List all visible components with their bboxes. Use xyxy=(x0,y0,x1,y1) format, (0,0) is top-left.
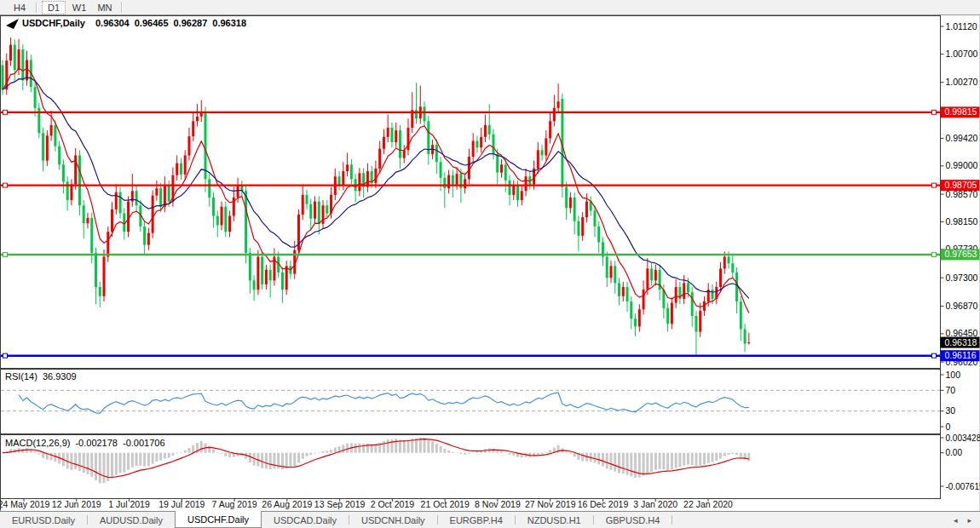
svg-text:30: 30 xyxy=(946,405,956,416)
svg-text:100: 100 xyxy=(946,370,961,380)
macd-name: MACD(12,26,9) xyxy=(5,438,70,448)
timeframe-d1-button[interactable]: D1 xyxy=(43,2,65,14)
svg-text:0.003428: 0.003428 xyxy=(946,433,980,443)
svg-text:3 Jan 2020: 3 Jan 2020 xyxy=(633,499,677,509)
svg-text:0.96318: 0.96318 xyxy=(945,337,977,347)
svg-text:13 Sep 2019: 13 Sep 2019 xyxy=(314,499,366,509)
symbol-period-text: USDCHF,Daily xyxy=(22,18,85,28)
ohlc-low: 0.96287 xyxy=(174,18,208,28)
tab-scroll-right-icon[interactable]: ▸ xyxy=(967,516,971,525)
price-axis: 1.011201.007001.002700.994200.990000.985… xyxy=(941,21,980,367)
timeframe-h4-button[interactable]: H4 xyxy=(9,2,31,14)
svg-text:7 Aug 2019: 7 Aug 2019 xyxy=(212,499,257,509)
panel-frames xyxy=(1,16,980,511)
svg-text:0.99815: 0.99815 xyxy=(945,106,977,117)
tab-gbpusd-h4[interactable]: GBPUSD.H4 xyxy=(594,512,672,528)
svg-text:0.98705: 0.98705 xyxy=(945,180,977,190)
svg-text:1.00700: 1.00700 xyxy=(946,49,978,59)
timeframe-toolbar: H4 D1 W1 MN xyxy=(0,0,980,15)
svg-text:0.97300: 0.97300 xyxy=(946,273,978,283)
tab-divider xyxy=(672,515,672,525)
svg-text:16 Dec 2019: 16 Dec 2019 xyxy=(578,499,629,509)
toolbar-separator xyxy=(36,2,37,13)
timeframe-mn-button[interactable]: MN xyxy=(94,2,116,14)
svg-text:0.96870: 0.96870 xyxy=(946,301,978,311)
svg-text:1 Jul 2019: 1 Jul 2019 xyxy=(108,499,150,509)
svg-text:12 Jun 2019: 12 Jun 2019 xyxy=(52,499,101,509)
svg-text:0.99420: 0.99420 xyxy=(946,133,978,143)
candlestick-chart-canvas[interactable]: 1.011201.007001.002700.994200.990000.985… xyxy=(0,0,980,528)
toolbar-separator xyxy=(121,2,123,13)
macd-signal-value: -0.001706 xyxy=(123,438,165,448)
macd-indicator-label: MACD(12,26,9)-0.002178-0.001706 xyxy=(5,438,165,448)
svg-text:0.99000: 0.99000 xyxy=(946,160,978,170)
chart-symbol-label: USDCHF,Daily0.963040.964650.962870.96318 xyxy=(22,18,251,28)
svg-text:-0.007615: -0.007615 xyxy=(946,482,980,491)
ohlc-close: 0.96318 xyxy=(212,18,246,28)
svg-text:0.96116: 0.96116 xyxy=(945,350,977,360)
svg-text:27 Nov 2019: 27 Nov 2019 xyxy=(525,499,576,509)
tab-usdchf-daily[interactable]: USDCHF.Daily xyxy=(175,511,262,528)
tab-eurusd-daily[interactable]: EURUSD.Daily xyxy=(0,512,87,528)
svg-text:21 Oct 2019: 21 Oct 2019 xyxy=(421,499,470,509)
svg-text:24 May 2019: 24 May 2019 xyxy=(0,499,50,509)
symbol-tab-bar: EURUSD.Daily AUDUSD.Daily USDCHF.Daily U… xyxy=(0,511,980,528)
svg-text:0.00: 0.00 xyxy=(946,448,963,457)
svg-text:19 Jul 2019: 19 Jul 2019 xyxy=(159,499,205,509)
tab-audusd-daily[interactable]: AUDUSD.Daily xyxy=(88,512,175,528)
macd-main-value: -0.002178 xyxy=(75,438,118,448)
svg-text:1.00270: 1.00270 xyxy=(946,77,978,87)
tab-nzdusd-h1[interactable]: NZDUSD.H1 xyxy=(516,512,593,528)
tab-eurgbp-h4[interactable]: EURGBP.H4 xyxy=(438,512,515,528)
mt4-terminal: { "toolbar": { "buttons": [ {"label": "H… xyxy=(0,0,980,528)
svg-text:22 Jan 2020: 22 Jan 2020 xyxy=(683,499,733,509)
svg-text:0.97653: 0.97653 xyxy=(945,249,977,259)
ohlc-open: 0.96304 xyxy=(95,18,130,28)
tab-scroll-controls: ◂ ▸ xyxy=(954,512,980,528)
svg-text:2 Oct 2019: 2 Oct 2019 xyxy=(371,499,415,509)
svg-text:8 Nov 2019: 8 Nov 2019 xyxy=(475,499,521,509)
tab-usdcnh-daily[interactable]: USDCNH.Daily xyxy=(349,512,437,528)
svg-text:0.98150: 0.98150 xyxy=(946,216,978,227)
timeframe-w1-button[interactable]: W1 xyxy=(68,2,90,14)
svg-text:26 Aug 2019: 26 Aug 2019 xyxy=(262,499,312,509)
rsi-name: RSI(14) xyxy=(5,371,37,382)
tab-scroll-left-icon[interactable]: ◂ xyxy=(954,516,958,525)
date-axis: 24 May 201912 Jun 20191 Jul 201919 Jul 2… xyxy=(0,499,733,510)
rsi-value: 36.9309 xyxy=(43,371,77,382)
rsi-indicator-label: RSI(14)36.9309 xyxy=(5,371,77,382)
svg-text:0: 0 xyxy=(946,422,951,432)
ohlc-high: 0.96465 xyxy=(135,18,169,28)
tab-usdcad-daily[interactable]: USDCAD.Daily xyxy=(262,512,349,528)
svg-text:70: 70 xyxy=(946,385,956,395)
svg-text:1.01120: 1.01120 xyxy=(946,21,977,32)
